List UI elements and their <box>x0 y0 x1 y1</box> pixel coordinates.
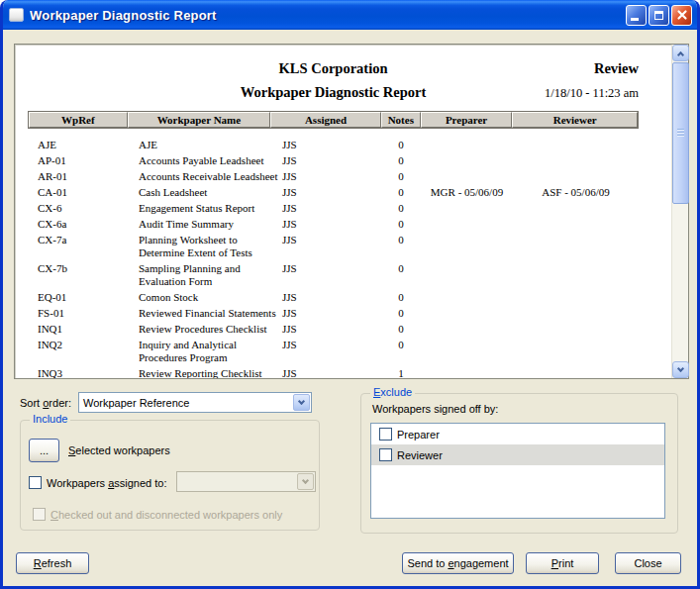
signed-off-listbox[interactable]: Preparer Reviewer <box>370 423 665 519</box>
cell-name: Reviewed Financial Statements <box>127 307 270 320</box>
table-row: INQ3Review Reporting ChecklistJJS1 <box>28 365 639 378</box>
report-content: KLS Corporation Review Workpaper Diagnos… <box>15 45 671 378</box>
report-preview-panel: KLS Corporation Review Workpaper Diagnos… <box>14 44 689 379</box>
close-button[interactable] <box>671 5 692 26</box>
cell-notes: 0 <box>381 323 421 336</box>
workpapers-assigned-label: Workpapers assigned to: <box>47 477 166 489</box>
cell-wpref: EQ-01 <box>28 291 127 304</box>
cell-wpref: AR-01 <box>28 170 127 183</box>
chevron-up-icon <box>677 50 684 57</box>
column-header-wpref: WpRef <box>29 112 128 128</box>
table-body: AJEAJEJJS0 AP-01Accounts Payable Leadshe… <box>28 129 639 378</box>
close-dialog-button[interactable]: Close <box>615 552 681 574</box>
cell-assigned: JJS <box>270 367 381 379</box>
cell-notes: 0 <box>381 339 421 351</box>
sort-order-combobox[interactable]: Workpaper Reference <box>78 392 312 413</box>
cell-notes: 0 <box>381 202 421 215</box>
cell-assigned: JJS <box>270 323 381 336</box>
titlebar[interactable]: Workpaper Diagnostic Report <box>3 0 697 30</box>
cell-preparer: MGR - 05/06/09 <box>421 186 513 199</box>
cell-assigned: JJS <box>270 170 381 183</box>
cell-notes: 0 <box>381 307 421 320</box>
cell-assigned: JJS <box>270 307 381 320</box>
minimize-button[interactable] <box>626 5 647 26</box>
reviewer-checkbox[interactable] <box>379 448 392 461</box>
cell-notes: 0 <box>381 291 421 304</box>
table-row: FS-01Reviewed Financial StatementsJJS0 <box>28 305 639 321</box>
cell-name: Review Reporting Checklist <box>127 367 270 379</box>
send-to-engagement-button[interactable]: Send to engagement <box>402 552 514 574</box>
cell-assigned: JJS <box>270 139 381 151</box>
table-row: CX-6aAudit Time SummaryJJS0 <box>28 216 639 232</box>
table-row: CX-6Engagement Status ReportJJS0 <box>28 200 639 216</box>
cell-name: Comon Stock <box>127 291 270 304</box>
column-header-reviewer: Reviewer <box>512 112 638 128</box>
table-row: EQ-01Comon StockJJS0 <box>28 289 639 305</box>
cell-name: Engagement Status Report <box>127 202 270 215</box>
checked-out-label: Checked out and disconnected workpapers … <box>50 509 282 521</box>
cell-notes: 0 <box>381 186 421 199</box>
cell-notes: 0 <box>381 170 421 183</box>
cell-wpref: CA-01 <box>28 186 127 199</box>
cell-wpref: INQ1 <box>28 323 127 336</box>
cell-name: Planning Worksheet to Determine Extent o… <box>127 234 270 259</box>
print-button[interactable]: Print <box>526 552 599 574</box>
vertical-scrollbar[interactable] <box>671 45 688 378</box>
selected-workpapers-label: Selected workpapers <box>68 444 170 456</box>
report-header: KLS Corporation Review Workpaper Diagnos… <box>28 60 639 108</box>
dialog-body: KLS Corporation Review Workpaper Diagnos… <box>3 30 697 586</box>
cell-notes: 0 <box>381 139 421 151</box>
table-row: CX-7aPlanning Worksheet to Determine Ext… <box>28 232 639 260</box>
table-row: CA-01Cash LeadsheetJJS0MGR - 05/06/09ASF… <box>28 184 639 200</box>
table-row: AR-01Accounts Receivable LeadsheetJJS0 <box>28 168 639 184</box>
list-item-preparer[interactable]: Preparer <box>371 424 664 444</box>
cell-notes: 0 <box>381 262 421 275</box>
report-engagement-type: Review <box>594 60 639 77</box>
cell-notes: 0 <box>381 218 421 231</box>
include-group: Include ... Selected workpapers Workpape… <box>20 420 320 531</box>
sort-order-dropdown-button[interactable] <box>293 394 310 411</box>
cell-assigned: JJS <box>270 154 381 167</box>
cell-wpref: FS-01 <box>28 307 127 320</box>
chevron-down-icon <box>298 397 305 404</box>
reviewer-label: Reviewer <box>397 449 443 461</box>
app-icon <box>9 8 24 22</box>
cell-name: Review Procedures Checklist <box>127 323 270 336</box>
exclude-group: Exclude Workpapers signed off by: Prepar… <box>360 393 678 534</box>
column-header-name: Workpaper Name <box>128 112 271 128</box>
cell-wpref: AJE <box>28 139 127 151</box>
cell-wpref: INQ2 <box>28 339 127 351</box>
sort-order-label: Sort order: <box>20 397 71 409</box>
assigned-to-dropdown-button <box>297 473 314 490</box>
table-row: AJEAJEJJS0 <box>28 137 639 152</box>
workpapers-assigned-checkbox[interactable] <box>29 476 42 489</box>
cell-wpref: CX-6 <box>28 202 127 215</box>
column-header-notes: Notes <box>381 112 421 128</box>
include-group-label: Include <box>30 413 70 425</box>
maximize-button[interactable] <box>649 5 669 26</box>
scroll-up-button[interactable] <box>672 45 689 61</box>
cell-notes: 1 <box>381 367 421 379</box>
cell-name: AJE <box>127 139 270 151</box>
minimize-icon <box>631 18 639 21</box>
cell-assigned: JJS <box>270 291 381 304</box>
cell-notes: 0 <box>381 234 421 246</box>
table-row: INQ1Review Procedures ChecklistJJS0 <box>28 321 639 337</box>
select-workpapers-button[interactable]: ... <box>29 439 59 462</box>
cell-wpref: INQ3 <box>28 367 127 379</box>
scroll-down-button[interactable] <box>672 361 689 378</box>
exclude-group-label: Exclude <box>370 386 415 398</box>
cell-assigned: JJS <box>270 186 381 199</box>
scrollbar-thumb[interactable] <box>672 62 689 204</box>
table-header-row: WpRef Workpaper Name Assigned Notes Prep… <box>28 111 639 129</box>
table-row: AP-01Accounts Payable LeadsheetJJS0 <box>28 152 639 168</box>
preparer-checkbox[interactable] <box>379 428 392 441</box>
checked-out-checkbox <box>33 508 46 521</box>
list-item-reviewer[interactable]: Reviewer <box>371 444 664 465</box>
cell-name: Audit Time Summary <box>127 218 270 231</box>
chevron-down-icon <box>302 476 309 483</box>
refresh-button[interactable]: Refresh <box>16 552 89 574</box>
dialog-window: Workpaper Diagnostic Report KLS Corporat… <box>0 0 700 589</box>
signed-off-by-label: Workpapers signed off by: <box>372 403 498 415</box>
cell-wpref: CX-7b <box>28 262 127 275</box>
